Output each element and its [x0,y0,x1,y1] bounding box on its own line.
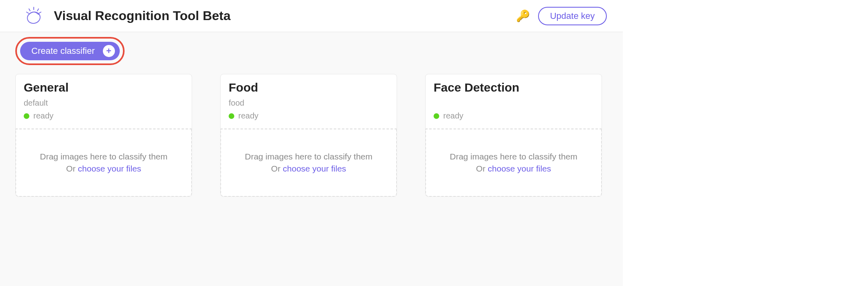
dropzone-text: Drag images here to classify them [40,152,167,161]
card-head: Food food ready [221,74,397,129]
header-left: Visual Recognition Tool Beta [23,6,231,27]
choose-files-link[interactable]: choose your files [78,164,141,173]
card-title: General [24,81,184,94]
app-logo-icon [23,6,44,27]
dropzone-or-line: Or choose your files [66,164,141,174]
classifier-card: General default ready Drag images here t… [15,74,192,197]
dropzone-or: Or [271,164,283,173]
svg-line-4 [27,12,29,13]
choose-files-link[interactable]: choose your files [283,164,346,173]
dropzone[interactable]: Drag images here to classify them Or cho… [15,129,192,197]
classifier-card: Food food ready Drag images here to clas… [220,74,397,197]
update-key-button[interactable]: Update key [538,7,607,25]
svg-line-3 [37,9,39,11]
status-ready-icon [229,113,234,119]
card-subtitle: default [24,98,184,109]
key-icon: 🔑 [516,10,530,22]
classifier-card: Face Detection ready Drag images here to… [425,74,602,197]
card-subtitle: food [229,98,389,109]
page-title: Visual Recognition Tool Beta [54,8,231,23]
svg-line-5 [39,12,41,13]
dropzone[interactable]: Drag images here to classify them Or cho… [425,129,602,197]
svg-line-2 [29,9,30,11]
card-status: ready [434,111,594,121]
create-classifier-label: Create classifier [31,46,95,56]
card-head: Face Detection ready [426,74,602,129]
create-classifier-button[interactable]: Create classifier + [20,42,120,60]
dropzone-or-line: Or choose your files [271,164,346,174]
dropzone-or-line: Or choose your files [476,164,551,174]
dropzone[interactable]: Drag images here to classify them Or cho… [220,129,397,197]
header-right: 🔑 Update key [516,7,607,25]
status-label: ready [238,111,258,121]
status-label: ready [33,111,53,121]
status-label: ready [443,111,463,121]
status-ready-icon [24,113,29,119]
choose-files-link[interactable]: choose your files [488,164,551,173]
card-title: Face Detection [434,81,594,94]
create-classifier-highlight: Create classifier + [15,37,125,65]
app-header: Visual Recognition Tool Beta 🔑 Update ke… [0,0,623,32]
dropzone-or: Or [476,164,488,173]
plus-icon: + [103,45,115,57]
dropzone-text: Drag images here to classify them [450,152,577,161]
card-status: ready [229,111,389,121]
status-ready-icon [434,113,439,119]
main-body: Create classifier + General default read… [0,32,623,286]
dropzone-text: Drag images here to classify them [245,152,372,161]
dropzone-or: Or [66,164,78,173]
card-status: ready [24,111,184,121]
card-head: General default ready [16,74,192,129]
card-title: Food [229,81,389,94]
classifier-cards-row: General default ready Drag images here t… [15,74,607,197]
card-subtitle [434,98,594,109]
